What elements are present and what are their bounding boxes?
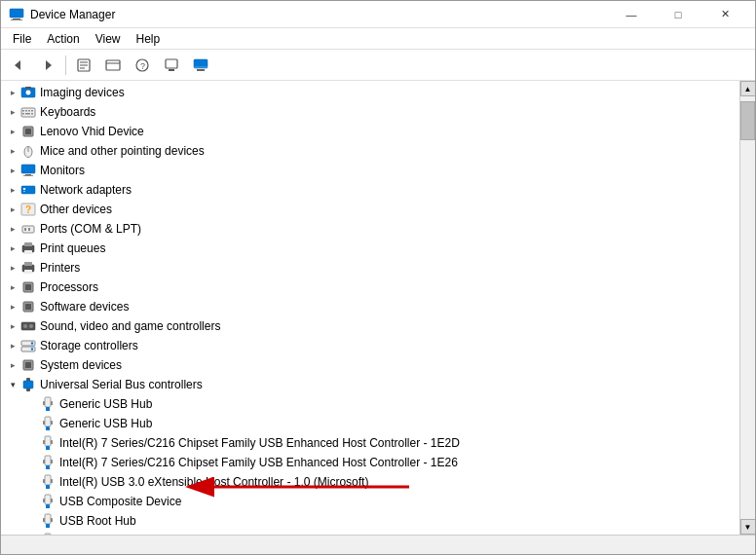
svg-rect-87 <box>43 499 45 502</box>
toolbar-separator-1 <box>65 56 66 75</box>
expander-keyboards[interactable]: ▸ <box>5 104 20 120</box>
svg-rect-82 <box>46 485 50 489</box>
expander-usb7[interactable] <box>24 513 40 529</box>
svg-rect-62 <box>25 362 31 368</box>
tree-item-other[interactable]: ▸?Other devices <box>1 200 739 219</box>
expander-usb4[interactable] <box>24 455 40 470</box>
tree-item-usb1[interactable]: Generic USB Hub <box>1 394 739 414</box>
svg-point-59 <box>31 342 33 344</box>
tree-item-usb3[interactable]: Intel(R) 7 Series/C216 Chipset Family US… <box>1 433 739 453</box>
svg-rect-27 <box>25 113 30 115</box>
back-button[interactable] <box>5 53 32 78</box>
tree-item-ports[interactable]: ▸Ports (COM & LPT) <box>1 219 739 239</box>
svg-rect-22 <box>22 110 24 112</box>
svg-rect-92 <box>51 518 53 522</box>
window-title: Device Manager <box>30 8 115 21</box>
forward-button[interactable] <box>34 53 61 78</box>
scroll-track[interactable] <box>740 96 755 519</box>
expander-storage[interactable]: ▸ <box>5 338 20 353</box>
expander-usb[interactable]: ▾ <box>5 377 20 392</box>
expander-software[interactable]: ▸ <box>5 299 20 314</box>
svg-rect-37 <box>23 188 25 190</box>
tree-item-mice[interactable]: ▸Mice and other pointing devices <box>1 141 739 161</box>
device-manager-window: Device Manager — □ ✕ File Action View He… <box>0 0 756 555</box>
scroll-down-button[interactable]: ▼ <box>740 519 756 535</box>
view-button[interactable] <box>187 53 214 78</box>
tree-item-keyboards[interactable]: ▸Keyboards <box>1 102 739 122</box>
expander-sound[interactable]: ▸ <box>5 318 20 334</box>
tree-item-usb6[interactable]: USB Composite Device <box>1 492 739 511</box>
expander-system[interactable]: ▸ <box>5 357 20 373</box>
icon-usb5 <box>40 474 56 490</box>
tree-item-sound[interactable]: ▸Sound, video and game controllers <box>1 316 739 336</box>
svg-point-56 <box>29 324 33 328</box>
expander-usb6[interactable] <box>24 494 40 509</box>
tree-item-usb2[interactable]: Generic USB Hub <box>1 414 739 433</box>
svg-marker-4 <box>46 60 52 70</box>
scan-button[interactable] <box>158 53 185 78</box>
properties-button[interactable] <box>70 53 97 78</box>
tree-item-software[interactable]: ▸Software devices <box>1 297 739 316</box>
label-usb2: Generic USB Hub <box>59 417 152 430</box>
icon-usb4 <box>40 455 56 470</box>
tree-item-usb4[interactable]: Intel(R) 7 Series/C216 Chipset Family US… <box>1 453 739 472</box>
expander-mice[interactable]: ▸ <box>5 143 20 159</box>
expander-usb5[interactable] <box>24 474 40 490</box>
label-lenovo: Lenovo Vhid Device <box>40 125 144 138</box>
icon-monitors <box>20 163 36 178</box>
svg-rect-80 <box>51 460 53 463</box>
minimize-button[interactable]: — <box>609 1 654 28</box>
svg-rect-13 <box>166 59 177 68</box>
tree-item-monitors[interactable]: ▸Monitors <box>1 161 739 180</box>
svg-rect-46 <box>24 250 32 254</box>
tree-item-processors[interactable]: ▸Processors <box>1 278 739 297</box>
expander-monitors[interactable]: ▸ <box>5 163 20 178</box>
svg-rect-78 <box>46 465 50 469</box>
close-button[interactable]: ✕ <box>702 1 747 28</box>
expander-printq[interactable]: ▸ <box>5 240 20 256</box>
expander-imaging[interactable]: ▸ <box>5 85 20 100</box>
expander-processors[interactable]: ▸ <box>5 279 20 295</box>
menu-file[interactable]: File <box>5 30 39 48</box>
svg-rect-20 <box>25 87 31 89</box>
label-sound: Sound, video and game controllers <box>40 319 220 333</box>
expander-usb3[interactable] <box>24 435 40 451</box>
tree-item-system[interactable]: ▸System devices <box>1 355 739 375</box>
expander-lenovo[interactable]: ▸ <box>5 124 20 139</box>
tree-item-network[interactable]: ▸Network adapters <box>1 180 739 200</box>
menu-help[interactable]: Help <box>129 30 169 48</box>
expander-usb2[interactable] <box>24 416 40 431</box>
tree-item-lenovo[interactable]: ▸Lenovo Vhid Device <box>1 122 739 141</box>
scrollbar[interactable]: ▲ ▼ <box>739 81 755 535</box>
svg-rect-66 <box>46 407 50 411</box>
tree-item-usb7[interactable]: USB Root Hub <box>1 511 739 531</box>
expander-network[interactable]: ▸ <box>5 182 20 198</box>
label-usb: Universal Serial Bus controllers <box>40 378 203 391</box>
tree-item-storage[interactable]: ▸Storage controllers <box>1 336 739 355</box>
tree-item-usb5[interactable]: Intel(R) USB 3.0 eXtensible Host Control… <box>1 472 739 492</box>
menu-action[interactable]: Action <box>39 30 87 48</box>
svg-rect-28 <box>31 113 33 115</box>
label-imaging: Imaging devices <box>40 86 125 99</box>
help-button[interactable]: ? <box>129 53 156 78</box>
maximize-button[interactable]: □ <box>656 1 700 28</box>
device-tree[interactable]: ▸Imaging devices▸Keyboards▸Lenovo Vhid D… <box>1 81 739 535</box>
label-system: System devices <box>40 358 122 372</box>
expander-usb1[interactable] <box>24 396 40 412</box>
update-driver-button[interactable] <box>99 53 127 78</box>
svg-rect-9 <box>106 60 120 70</box>
menu-view[interactable]: View <box>88 30 129 48</box>
tree-item-usb[interactable]: ▾Universal Serial Bus controllers <box>1 375 739 394</box>
label-software: Software devices <box>40 300 129 314</box>
expander-ports[interactable]: ▸ <box>5 221 20 237</box>
expander-other[interactable]: ▸ <box>5 202 20 217</box>
scroll-up-button[interactable]: ▲ <box>740 81 756 96</box>
label-other: Other devices <box>40 203 112 216</box>
expander-printers[interactable]: ▸ <box>5 260 20 276</box>
tree-item-printers[interactable]: ▸Printers <box>1 258 739 278</box>
scroll-thumb[interactable] <box>740 101 755 140</box>
tree-item-printq[interactable]: ▸Print queues <box>1 239 739 258</box>
svg-rect-90 <box>46 524 50 528</box>
tree-item-imaging[interactable]: ▸Imaging devices <box>1 83 739 102</box>
svg-rect-67 <box>43 401 45 405</box>
